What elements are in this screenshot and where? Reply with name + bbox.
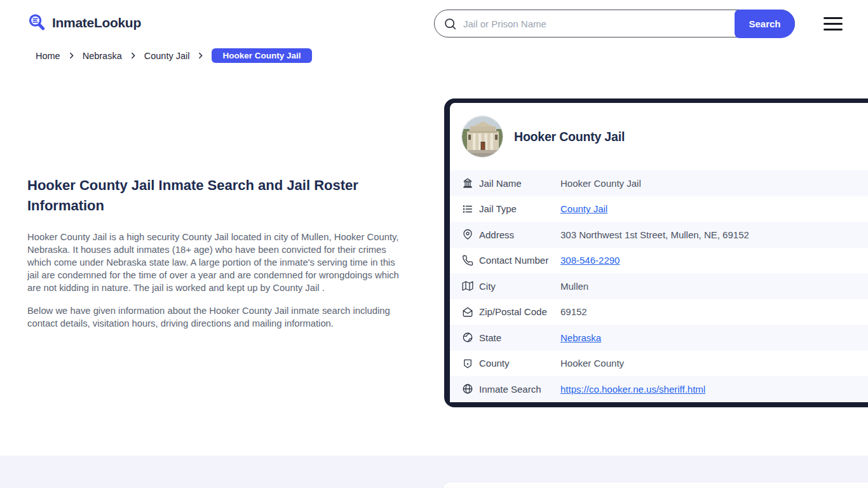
breadcrumb-nebraska[interactable]: Nebraska [83,51,122,61]
row-inmate-search: Inmate Search https://co.hooker.ne.us/sh… [450,376,868,402]
jail-info-card: Hooker County Jail Jail Name Hooker Coun… [444,98,868,407]
article: Hooker County Jail Inmate Search and Jai… [27,175,409,340]
row-label: Address [479,229,560,240]
search-bar: Search [434,10,795,37]
list-icon [462,203,473,215]
phone-icon [462,255,473,266]
row-label: County [479,358,560,369]
row-value: County Jail [560,203,607,214]
row-jail-type: Jail Type County Jail [450,196,868,222]
row-value: 69152 [560,306,587,317]
breadcrumb-current-badge: Hooker County Jail [212,48,311,63]
row-contact-number: Contact Number 308-546-2290 [450,248,868,274]
globe-icon [462,383,473,395]
breadcrumb: Home Nebraska County Jail Hooker County … [36,48,312,63]
row-county: County Hooker County [450,351,868,377]
mail-icon [462,306,473,318]
row-label: Zip/Postal Code [479,306,560,317]
map-icon [462,280,473,292]
row-label: City [479,281,560,292]
row-value: Hooker County [560,358,624,369]
inmate-search-link[interactable]: https://co.hooker.ne.us/sheriff.html [560,384,705,395]
row-label: Jail Type [479,203,560,214]
row-state: State Nebraska [450,325,868,351]
row-value: 308-546-2290 [560,255,620,266]
magnifier-lines-icon [27,13,47,32]
row-address: Address 303 Northwest 1st Street, Mullen… [450,222,868,248]
search-icon [444,17,457,30]
breadcrumb-home[interactable]: Home [36,51,60,61]
map-pin-icon [462,229,473,240]
chevron-right-icon [129,51,137,60]
row-label: Inmate Search [479,384,560,395]
courthouse-photo [461,116,503,158]
jail-card-title: Hooker County Jail [514,130,625,144]
row-label: State [479,332,560,343]
intro-paragraph-2: Below we have given information about th… [27,304,407,330]
search-button[interactable]: Search [735,10,795,38]
state-link[interactable]: Nebraska [560,332,601,343]
bank-icon [462,177,473,189]
page-title: Hooker County Jail Inmate Search and Jai… [27,175,393,216]
row-jail-name: Jail Name Hooker County Jail [450,170,868,196]
next-section-card-edge [443,482,868,488]
hamburger-menu-icon[interactable] [824,17,843,30]
jail-details-table: Jail Name Hooker County Jail Jail Type C… [450,170,868,402]
intro-paragraph: Hooker County Jail is a high security Co… [27,231,407,294]
breadcrumb-county-jail[interactable]: County Jail [144,51,190,61]
brand-logo[interactable]: InmateLookup [27,13,141,32]
chevron-right-icon [196,51,205,60]
brand-name: InmateLookup [52,15,141,30]
jail-type-link[interactable]: County Jail [560,203,607,214]
row-label: Jail Name [479,178,560,189]
row-city: City Mullen [450,273,868,299]
row-value: https://co.hooker.ne.us/sheriff.html [560,384,705,395]
row-zip-code: Zip/Postal Code 69152 [450,299,868,325]
contact-number-link[interactable]: 308-546-2290 [560,255,620,266]
row-label: Contact Number [479,255,560,266]
row-value: Hooker County Jail [560,178,641,189]
row-value: 303 Northwest 1st Street, Mullen, NE, 69… [560,229,749,240]
jail-card-header: Hooker County Jail [450,103,868,170]
row-value: Mullen [560,281,588,292]
chevron-right-icon [67,51,76,60]
flag-badge-icon [462,358,473,369]
row-value: Nebraska [560,332,601,343]
earth-icon [462,332,473,343]
